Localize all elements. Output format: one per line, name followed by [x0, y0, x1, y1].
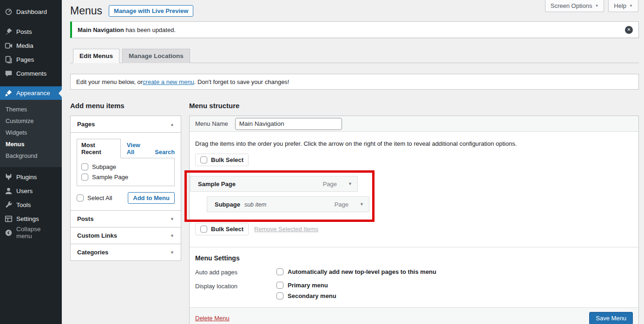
main-content: Screen Options ▼ Help ▼ Menus Manage wit… — [62, 0, 644, 324]
list-item: Sample Page — [81, 174, 170, 181]
sidebar-item-media[interactable]: Media — [0, 39, 62, 52]
select-all-checkbox[interactable] — [77, 194, 84, 201]
categories-panel: Categories ▼ — [70, 244, 181, 261]
pages-panel-title: Pages — [77, 121, 95, 128]
subpage-checkbox[interactable] — [81, 163, 88, 170]
menu-structure-box: Menu Name Drag the items into the order … — [189, 116, 639, 324]
chevron-down-icon[interactable]: ▼ — [348, 181, 352, 186]
sidebar-item-pages[interactable]: Pages — [0, 52, 62, 66]
posts-panel-header[interactable]: Posts ▼ — [71, 211, 181, 227]
secondary-menu-label: Secondary menu — [288, 292, 336, 299]
sidebar-item-collapse-menu[interactable]: Collapse menu — [0, 226, 62, 240]
bulk-select-toggle-bottom[interactable]: Bulk Select — [195, 223, 249, 235]
notice-message: has been updated. — [124, 26, 176, 33]
secondary-menu-checkbox[interactable] — [276, 292, 283, 299]
sidebar-item-label: Pages — [16, 56, 34, 63]
plugin-icon — [4, 173, 13, 181]
settings-panel-icon — [4, 214, 13, 223]
update-notice: Main Navigation has been updated. ✕ — [70, 21, 639, 38]
sidebar-item-comments[interactable]: Comments — [0, 66, 62, 80]
chevron-up-icon: ▲ — [170, 122, 174, 127]
dashboard-icon — [4, 7, 13, 16]
sidebar-item-dashboard[interactable]: Dashboard — [0, 5, 62, 19]
sidebar-item-label: Tools — [16, 201, 31, 208]
bulk-select-toggle[interactable]: Bulk Select — [195, 154, 249, 166]
tab-edit-menus[interactable]: Edit Menus — [73, 49, 119, 63]
menu-item-subpage[interactable]: Subpage sub item Page ▼ — [207, 196, 369, 212]
chevron-down-icon[interactable]: ▼ — [360, 202, 364, 207]
tab-manage-locations[interactable]: Manage Locations — [122, 49, 190, 63]
sidebar-item-label: Comments — [16, 70, 46, 77]
primary-menu-label: Primary menu — [288, 282, 328, 289]
submenu-item-background[interactable]: Background — [0, 150, 62, 162]
info-text-before: Edit your menu below, or — [76, 78, 143, 85]
sidebar-item-tools[interactable]: Tools — [0, 198, 62, 212]
submenu-item-customize[interactable]: Customize — [0, 115, 62, 127]
submenu-item-menus[interactable]: Menus — [0, 138, 62, 150]
save-menu-button[interactable]: Save Menu — [589, 312, 633, 324]
menu-item-sample-page[interactable]: Sample Page Page ▼ — [190, 176, 358, 192]
wrench-icon — [4, 201, 13, 209]
sample-page-checkbox[interactable] — [81, 174, 88, 181]
admin-sidebar: Dashboard Posts Media Pages Comments App… — [0, 0, 62, 324]
pages-panel-header[interactable]: Pages ▲ — [71, 116, 181, 132]
chevron-down-icon: ▼ — [595, 4, 598, 8]
tab-view-all[interactable]: View All — [127, 139, 149, 158]
notice-text: Main Navigation has been updated. — [78, 26, 176, 33]
menu-item-type: Page — [335, 201, 348, 208]
pages-panel-body: Most Recent View All Search Subpage Samp… — [71, 132, 181, 210]
bulk-select-checkbox[interactable] — [200, 156, 207, 163]
custom-links-panel: Custom Links ▼ — [70, 227, 181, 244]
help-button[interactable]: Help ▼ — [608, 0, 638, 12]
sidebar-item-label: Collapse menu — [16, 226, 58, 240]
user-icon — [4, 187, 13, 195]
sidebar-item-label: Appearance — [16, 90, 50, 97]
page-item-label: Sample Page — [92, 174, 128, 181]
sidebar-item-posts[interactable]: Posts — [0, 25, 62, 39]
menu-item-title: Sample Page — [198, 181, 236, 188]
delete-menu-link[interactable]: Delete Menu — [195, 315, 230, 322]
media-icon — [4, 41, 13, 50]
paintbrush-icon — [4, 89, 13, 97]
menu-items-list: Sample Page Page ▼ Subpage sub item — [190, 176, 633, 212]
manage-live-preview-button[interactable]: Manage with Live Preview — [109, 5, 193, 17]
edit-menu-info-bar: Edit your menu below, or create a new me… — [70, 74, 639, 90]
chevron-down-icon: ▼ — [629, 4, 633, 8]
bulk-select-checkbox-bottom[interactable] — [200, 226, 207, 233]
categories-panel-header[interactable]: Categories ▼ — [71, 244, 181, 260]
pages-icon — [4, 55, 13, 64]
auto-add-pages-label: Auto add pages — [195, 268, 276, 276]
drag-hint-text: Drag the items into the order you prefer… — [195, 140, 633, 147]
sidebar-item-users[interactable]: Users — [0, 184, 62, 198]
tab-most-recent[interactable]: Most Recent — [77, 139, 121, 158]
add-menu-items-heading: Add menu items — [70, 102, 181, 110]
screen-options-button[interactable]: Screen Options ▼ — [545, 0, 605, 12]
sidebar-item-settings[interactable]: Settings — [0, 212, 62, 226]
auto-add-pages-checkbox[interactable] — [276, 268, 283, 275]
categories-panel-title: Categories — [77, 249, 108, 256]
chevron-down-icon: ▼ — [170, 217, 174, 221]
primary-menu-checkbox[interactable] — [276, 282, 283, 289]
submenu-item-widgets[interactable]: Widgets — [0, 127, 62, 138]
custom-links-panel-header[interactable]: Custom Links ▼ — [71, 227, 181, 244]
remove-selected-items-link[interactable]: Remove Selected Items — [254, 226, 318, 233]
chevron-down-icon: ▼ — [170, 233, 174, 238]
bulk-select-label: Bulk Select — [211, 156, 243, 163]
submenu-item-themes[interactable]: Themes — [0, 104, 62, 115]
notice-subject: Main Navigation — [78, 26, 124, 33]
chevron-down-icon: ▼ — [170, 250, 174, 255]
dismiss-notice-icon[interactable]: ✕ — [625, 26, 633, 34]
tab-search[interactable]: Search — [155, 146, 175, 158]
display-location-label: Display location — [195, 282, 276, 299]
create-new-menu-link[interactable]: create a new menu — [143, 78, 194, 85]
posts-panel: Posts ▼ — [70, 210, 181, 227]
menu-name-input[interactable] — [235, 118, 342, 130]
list-item: Subpage — [81, 163, 170, 170]
bulk-select-label: Bulk Select — [211, 226, 243, 233]
sidebar-item-appearance[interactable]: Appearance — [0, 86, 62, 100]
sidebar-item-label: Users — [16, 188, 33, 194]
nav-tabs: Edit Menus Manage Locations — [70, 48, 639, 63]
help-label: Help — [614, 2, 626, 9]
add-to-menu-button[interactable]: Add to Menu — [128, 192, 175, 204]
sidebar-item-plugins[interactable]: Plugins — [0, 170, 62, 184]
